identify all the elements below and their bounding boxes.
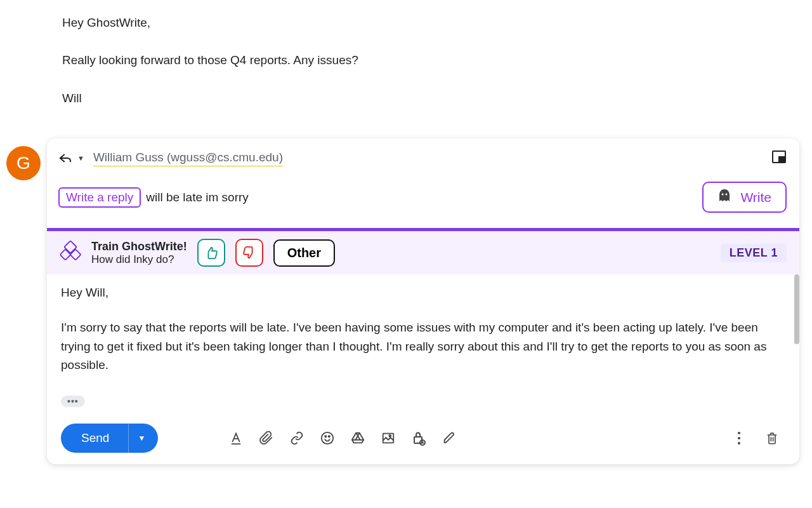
level-badge: LEVEL 1 <box>721 244 787 262</box>
svg-point-2 <box>722 194 724 196</box>
prompt-input-text[interactable]: will be late im sorry <box>146 190 249 204</box>
svg-rect-1 <box>779 157 785 162</box>
write-button[interactable]: Write <box>702 182 787 213</box>
feedback-bar: Train GhostWrite! How did Inky do? Other… <box>47 231 799 274</box>
discard-icon[interactable] <box>759 427 785 449</box>
avatar-initial: G <box>16 153 30 173</box>
svg-rect-5 <box>60 250 71 260</box>
svg-point-16 <box>738 437 740 439</box>
svg-point-12 <box>390 435 391 437</box>
svg-point-8 <box>322 432 333 444</box>
svg-point-15 <box>738 432 740 434</box>
link-icon[interactable] <box>284 427 310 449</box>
svg-point-10 <box>329 436 330 437</box>
send-button-label: Send <box>61 424 129 453</box>
compose-body[interactable]: Hey Will, I'm sorry to say that the repo… <box>47 274 799 412</box>
thumbs-down-button[interactable] <box>235 239 263 267</box>
original-line: Will <box>62 88 812 108</box>
drive-icon[interactable] <box>344 427 371 449</box>
svg-point-3 <box>726 194 728 196</box>
show-trimmed-button[interactable]: ••• <box>61 396 85 407</box>
compose-paragraph: I'm sorry to say that the reports will b… <box>61 318 785 374</box>
thumbs-up-button[interactable] <box>197 239 225 267</box>
svg-rect-6 <box>70 250 81 260</box>
reply-composer: ▼ William Guss (wguss@cs.cmu.edu) Write … <box>47 138 799 464</box>
attach-icon[interactable] <box>253 427 280 449</box>
reply-type-icon[interactable] <box>58 151 72 165</box>
more-options-icon[interactable] <box>726 427 752 449</box>
compose-toolbar: Send ▼ <box>47 412 799 464</box>
recipient-field[interactable]: William Guss (wguss@cs.cmu.edu) <box>93 150 283 166</box>
feedback-other-button[interactable]: Other <box>273 239 335 267</box>
emoji-icon[interactable] <box>314 427 341 449</box>
pen-icon[interactable] <box>436 427 462 449</box>
formatting-icon[interactable] <box>223 427 249 449</box>
original-line: Really looking forward to those Q4 repor… <box>62 50 812 70</box>
svg-point-9 <box>325 436 326 437</box>
send-options-dropdown[interactable]: ▼ <box>129 426 158 450</box>
avatar[interactable]: G <box>6 146 41 180</box>
feedback-subtitle: How did Inky do? <box>91 253 187 266</box>
image-icon[interactable] <box>375 427 402 449</box>
send-button[interactable]: Send ▼ <box>61 424 158 453</box>
original-email-body: Hey GhostWrite, Really looking forward t… <box>0 0 812 138</box>
ghostwrite-logo-icon <box>60 241 81 265</box>
reply-type-dropdown[interactable]: ▼ <box>77 154 88 162</box>
original-line: Hey GhostWrite, <box>62 13 812 32</box>
svg-point-17 <box>738 442 740 444</box>
confidential-icon[interactable] <box>405 427 432 449</box>
svg-rect-4 <box>64 241 77 253</box>
feedback-title: Train GhostWrite! <box>91 240 187 253</box>
write-button-label: Write <box>740 190 771 205</box>
compose-greeting: Hey Will, <box>61 283 785 302</box>
write-reply-chip[interactable]: Write a reply <box>58 187 141 208</box>
popout-icon[interactable] <box>771 150 787 166</box>
scrollbar-thumb[interactable] <box>794 274 799 344</box>
ghost-icon <box>717 188 731 206</box>
